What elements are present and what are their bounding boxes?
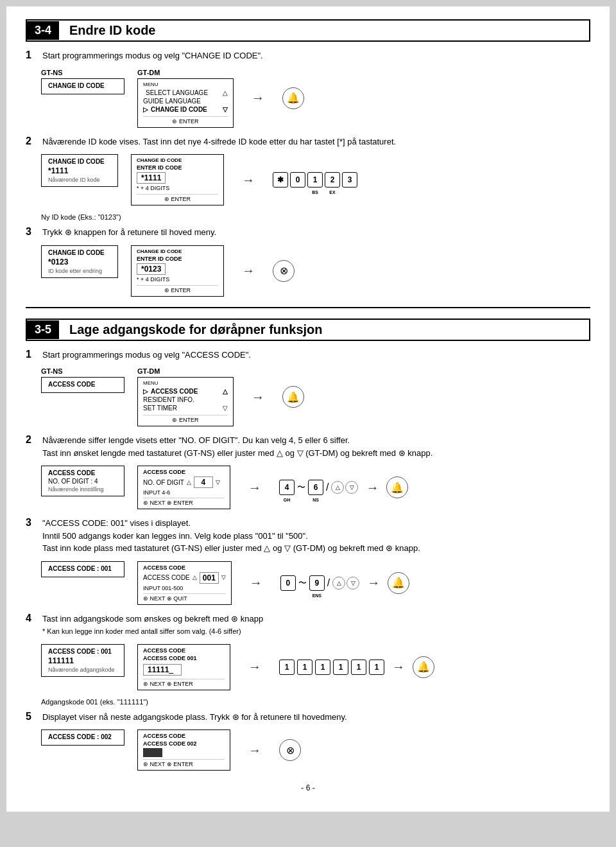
gtdm-box-35-1: MENU ▷ ACCESS CODE △ RESIDENT INFO. SET … [137,377,234,426]
gtdm-label-34-1: GT-DM [137,69,160,76]
ga-enter-35-4: ⊛ NEXT ⊗ ENTER [143,679,225,687]
menu-guide-language: GUIDE LANGUAGE [143,98,201,105]
key-6-35-2: 6 NS [308,480,323,495]
step-35-3c: Tast inn kode plass med tastaturet (GT-N… [42,543,420,553]
menu-item-select: SELECT LANGUAGE △ [143,89,228,97]
ga-black-rect-35-5 [143,748,162,757]
gtns-change-id-code: CHANGE ID CODE [48,82,117,89]
tri-up-ga: △ [187,480,191,485]
gtdm-acc-35-4: ACCESS CODE ACCESS CODE 001 11111_ ⊛ NEX… [137,644,230,690]
gtdm-acc-35-2: ACCESS CODE NO. OF DIGIT △ 4 ▽ INPUT 4-6… [137,466,230,509]
step-35-2a: Nåværende siffer lengde visets etter "NO… [42,435,350,445]
key-seq-34-2: ✱ 0 1BS 2EX 3 [273,172,357,188]
key-1c-35-4: 1 [315,659,330,675]
key-0-34-2: 0 [290,172,305,188]
key-seq-35-4: 1 1 1 1 1 1 → 🔔 [279,656,434,678]
gtdm-enter-34-2: ⊛ ENTER [137,194,218,202]
section-35-title: Lage adgangskode for døråpner funksjon [59,320,333,340]
gtns-box-34-1: CHANGE ID CODE [41,78,124,94]
enter-label-35-5: ENTER [173,761,193,767]
menu-label-35-1: MENU [143,380,228,386]
key-1f-35-4: 1 [369,659,384,675]
enter-35-1: ENTER [179,417,199,423]
ga-row-35-2: NO. OF DIGIT △ 4 ▽ [143,476,225,488]
devices-row-35-3: ACCESS CODE : 001 ACCESS CODE ACCESS COD… [41,561,590,605]
tri-down-35: ▽ [223,405,228,412]
arrow-35-3b: → [367,575,380,590]
ga-val-4: 4 [194,476,213,488]
device-col-gtns-34-3: CHANGE ID CODE *0123 ID kode etter endri… [41,245,118,278]
nav-down-35-2: ▽ [345,481,358,494]
tri-right-access: ▷ [143,388,148,395]
tri-right-34: ▷ [143,106,148,113]
gtdm-star4digits: * + 4 DIGITS [137,185,218,191]
adgangskode-note: Adgangskode 001 (eks. "111111") [41,698,590,706]
tri-down-ga: ▽ [216,480,220,485]
gtdm-4digits-3: * + 4 DIGITS [137,276,218,283]
ga-title-35-5: ACCESS CODE [143,733,225,739]
step-35-5: 5 Displayet viser nå neste adgangskode p… [26,711,590,724]
gtns-no-digit: NO. OF DIGIT : 4 [48,478,117,485]
check-next-35-3: ⊛ [143,595,148,602]
arrow-35-5: → [248,743,261,758]
arrow-34-2: → [242,173,255,188]
enter-34-2: ENTER [171,196,191,202]
device-col-gtns-35-3: ACCESS CODE : 001 [41,561,124,577]
x-enter-35-5: ⊗ [167,761,172,767]
key-1a-35-4: 1 [279,659,295,675]
wavy-35-3: 〜 [298,577,307,589]
device-col-gtns-35-2: ACCESS CODE NO. OF DIGIT : 4 Nåværende i… [41,466,124,496]
slash-35-3: / [327,577,330,589]
ga-arrows-35-3: △ [193,575,197,581]
ny-id-kode-text: Ny ID kode (Eks.: "0123") [41,213,121,221]
box-title-34-3: CHANGE ID CODE [48,249,111,256]
device-col-gtns-35-1: GT-NS ACCESS CODE [41,367,124,393]
ga-acc-002-35-5: ACCESS CODE 002 [143,740,225,747]
check-next-35-4: ⊛ [143,681,148,687]
step-35-5-text: Displayet viser nå neste adgangskode pla… [42,711,590,724]
gtns-naa-id: Nåværende ID kode [48,177,111,183]
device-col-gtns-35-4: ACCESS CODE : 001 111111 Nåværende adgan… [41,644,124,677]
tri-down-35-3: ▽ [221,575,226,581]
gtdm-star-1111: *1111 [137,172,166,184]
gtns-id-etter: ID kode etter endring [48,268,111,274]
ga-hint-001-500: INPUT 001-500 [143,585,226,591]
gtdm-enter-35-1: ⊛ ENTER [143,415,228,423]
section-35-num: 3-5 [27,320,59,339]
step-35-3-num: 3 [26,517,38,528]
gtdm-enter-id-3: ENTER ID CODE [137,256,218,262]
key-1d-35-4: 1 [333,659,348,675]
step-35-3: 3 "ACCESS CODE: 001" vises i displayet. … [26,517,590,555]
enter-label-34-1: ENTER [179,118,199,125]
check-35-1: ⊛ [172,417,177,423]
device-col-gtdm-35-3: ACCESS CODE ACCESS CODE △ 001 ▽ INPUT 00… [137,561,232,605]
tri-up-35-3: △ [193,575,197,581]
key-9-35-3: 9 ENS [309,575,325,591]
devices-row-34-3: CHANGE ID CODE *0123 ID kode etter endri… [41,245,590,297]
ga-arrows-35-2: △ [187,480,191,485]
bell-icon-35-4: 🔔 [413,656,434,678]
ga-title-35-4: ACCESS CODE [143,647,225,654]
tri-down-34: ▽ [223,106,228,113]
box-access-35-2: ACCESS CODE [48,469,117,476]
arrow-35-4: → [248,659,261,674]
key-3-34-2: 3 [342,172,357,188]
bell-icon-35-3: 🔔 [388,572,409,594]
device-col-gtdm-34-2: CHANGE ID CODE ENTER ID CODE *1111 * + 4… [131,154,224,205]
arrow-34-3: → [242,263,255,278]
gtdm-box-34-1: MENU SELECT LANGUAGE △ GUIDE LANGUAGE ▷ … [137,78,234,128]
device-col-gtdm-35-1: GT-DM MENU ▷ ACCESS CODE △ RESIDENT INFO… [137,367,234,426]
gtns-box-35-5: ACCESS CODE : 002 [41,729,124,746]
device-col-gtns-34-2: CHANGE ID CODE *1111 Nåværende ID kode [41,154,118,187]
gtns-star1111: *1111 [48,166,111,175]
devices-row-35-2: ACCESS CODE NO. OF DIGIT : 4 Nåværende i… [41,466,590,509]
menu-label-34-1: MENU [143,82,228,87]
step-35-4a: Tast inn adgangskode som ønskes og bekre… [42,614,263,624]
check-next-35-2: ⊛ [143,500,148,506]
step-34-3-num: 3 [26,226,38,238]
step-35-1-text: Start programmerings modus og velg "ACCE… [42,349,590,362]
bell-icon-35-1: 🔔 [282,386,304,408]
arrow-35-2b: → [366,480,379,495]
slash-35-2: / [326,482,329,493]
page: 3-4 Endre ID kode 1 Start programmerings… [6,6,610,812]
